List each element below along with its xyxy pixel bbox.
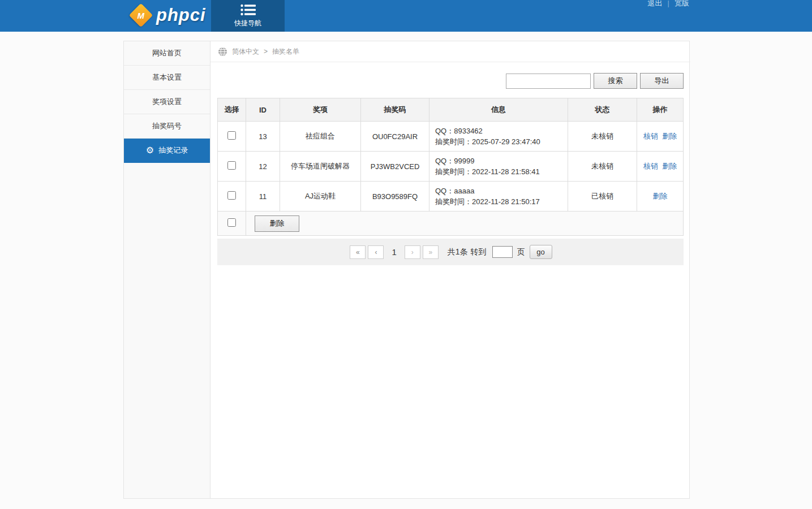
cell-code: PJ3WB2VCED [361,152,429,182]
page-suffix-text: 页 [517,247,525,257]
cell-info: QQ：99999 抽奖时间：2022-11-28 21:58:41 [429,152,568,182]
delete-link[interactable]: 删除 [662,162,677,170]
toolbar: 搜索 导出 [217,73,684,89]
header-prize: 奖项 [280,98,361,122]
breadcrumb: 简体中文 > 抽奖名单 [210,41,690,62]
links-separator: | [668,0,669,7]
header-status: 状态 [568,98,637,122]
cell-actions: 核销 删除 [637,122,684,152]
info-time: 抽奖时间：2022-11-28 21:58:41 [435,166,568,177]
sidebar-item-lottery-codes[interactable]: 抽奖码号 [124,114,210,139]
sidebar-item-basic-settings[interactable]: 基本设置 [124,66,210,90]
table-row: 11 AJ运动鞋 B93O9589FQ QQ：aaaaa 抽奖时间：2022-1… [218,182,684,212]
footer-actions-cell: 删除 [246,212,684,236]
current-page-number: 1 [392,247,396,257]
breadcrumb-separator: > [264,48,268,55]
row-checkbox[interactable] [227,161,236,170]
cell-status: 已核销 [568,182,637,212]
logo-badge-letter: M [138,11,145,20]
table-row: 13 祛痘组合 OU0FC29AIR QQ：8933462 抽奖时间：2025-… [218,122,684,152]
export-button[interactable]: 导出 [640,73,684,89]
cell-prize: AJ运动鞋 [280,182,361,212]
pagination-bar: « ‹ 1 › » 共1条 转到 页 go [217,239,684,265]
cell-status: 未核销 [568,122,637,152]
header-id: ID [246,98,280,122]
delete-link[interactable]: 删除 [662,132,677,140]
breadcrumb-page: 抽奖名单 [272,47,299,57]
verify-link[interactable]: 核销 [643,162,658,170]
cell-id: 11 [246,182,280,212]
top-links: 退出 | 宽版 [648,0,689,7]
breadcrumb-language: 简体中文 [232,47,259,57]
select-all-checkbox[interactable] [227,218,236,227]
goto-text: 转到 [471,247,487,257]
logo-diamond-icon: M [129,3,153,27]
sidebar-item-label: 抽奖码号 [152,121,182,131]
sidebar-item-label: 奖项设置 [152,97,182,107]
cell-actions: 核销 删除 [637,152,684,182]
verify-link[interactable]: 核销 [643,132,658,140]
info-qq: QQ：aaaaa [435,186,568,196]
globe-icon [218,47,227,57]
go-button[interactable]: go [530,245,552,259]
header-select: 选择 [218,98,246,122]
sidebar-item-label: 网站首页 [152,48,182,58]
prev-page-button[interactable]: ‹ [368,245,384,259]
info-qq: QQ：99999 [435,156,568,166]
delete-link[interactable]: 删除 [653,192,668,200]
sidebar-item-home[interactable]: 网站首页 [124,41,210,66]
gear-icon: ⚙ [146,146,154,155]
info-qq: QQ：8933462 [435,126,568,136]
first-page-button[interactable]: « [350,245,366,259]
cell-code: B93O9589FQ [361,182,429,212]
row-checkbox[interactable] [227,191,236,200]
records-table: 选择 ID 奖项 抽奖码 信息 状态 操作 13 祛痘组合 OU0FC29AI [217,98,684,236]
logout-link[interactable]: 退出 [648,0,663,7]
search-button[interactable]: 搜索 [594,73,637,89]
sidebar-item-lottery-records[interactable]: ⚙ 抽奖记录 [124,139,210,163]
search-input[interactable] [506,74,591,89]
info-time: 抽奖时间：2025-07-29 23:47:40 [435,136,568,147]
info-time: 抽奖时间：2022-11-28 21:50:17 [435,196,568,207]
cell-code: OU0FC29AIR [361,122,429,152]
table-row: 12 停车场道闸破解器 PJ3WB2VCED QQ：99999 抽奖时间：202… [218,152,684,182]
cell-prize: 祛痘组合 [280,122,361,152]
sidebar-item-label: 抽奖记录 [158,145,188,156]
cell-prize: 停车场道闸破解器 [280,152,361,182]
header-code: 抽奖码 [361,98,429,122]
content-area: 简体中文 > 抽奖名单 搜索 导出 选择 ID [210,41,690,498]
sidebar-item-label: 基本设置 [152,72,182,83]
cell-actions: 删除 [637,182,684,212]
quick-nav-tab[interactable]: 快捷导航 [211,0,285,32]
row-checkbox[interactable] [227,131,236,140]
top-header-bar: M phpci 快捷导航 退出 | 宽版 [0,0,812,32]
header-info: 信息 [429,98,568,122]
cell-id: 13 [246,122,280,152]
sidebar-item-prize-settings[interactable]: 奖项设置 [124,90,210,114]
header-actions: 操作 [637,98,684,122]
main-panel: 网站首页 基本设置 奖项设置 抽奖码号 ⚙ 抽奖记录 简体中文 > [123,41,690,499]
table-header-row: 选择 ID 奖项 抽奖码 信息 状态 操作 [218,98,684,122]
page-number-input[interactable] [492,246,513,258]
total-count-text: 共1条 [448,247,468,257]
wide-mode-link[interactable]: 宽版 [674,0,689,7]
quick-nav-label: 快捷导航 [234,19,261,28]
cell-id: 12 [246,152,280,182]
cell-status: 未核销 [568,152,637,182]
cell-info: QQ：8933462 抽奖时间：2025-07-29 23:47:40 [429,122,568,152]
bulk-delete-button[interactable]: 删除 [255,215,299,232]
next-page-button[interactable]: › [405,245,420,259]
table-footer-row: 删除 [218,212,684,236]
sidebar: 网站首页 基本设置 奖项设置 抽奖码号 ⚙ 抽奖记录 [124,41,210,498]
logo-text: phpci [156,5,206,25]
app-logo: M phpci [129,5,206,25]
content-body: 搜索 导出 选择 ID 奖项 抽奖码 信息 状态 操 [210,62,690,272]
last-page-button[interactable]: » [423,245,439,259]
list-icon [240,4,256,16]
cell-info: QQ：aaaaa 抽奖时间：2022-11-28 21:50:17 [429,182,568,212]
